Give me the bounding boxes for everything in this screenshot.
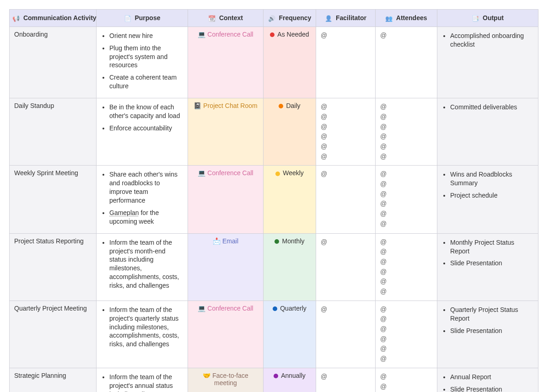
header-facilitator: 👤 Facilitator <box>316 10 376 27</box>
facilitator-cell: @ <box>316 27 376 98</box>
frequency-label: Quarterly <box>280 305 307 312</box>
context-label: Conference Call <box>207 169 253 177</box>
context-cell: 💻Conference Call <box>188 301 264 368</box>
frequency-cell: Monthly <box>264 233 316 301</box>
mention-placeholder[interactable]: @ <box>380 354 432 364</box>
activity-cell: Strategic Planning <box>10 368 97 392</box>
mention-placeholder[interactable]: @ <box>380 372 432 382</box>
header-attendees-label: Attendees <box>396 14 427 21</box>
output-cell: Committed deliverables <box>437 98 538 166</box>
mention-placeholder[interactable]: @ <box>321 102 371 112</box>
mention-placeholder[interactable]: @ <box>380 382 432 392</box>
purpose-item: Gameplan for the upcoming week <box>109 209 183 226</box>
context-label: Email <box>222 237 238 245</box>
mention-placeholder[interactable]: @ <box>380 199 432 209</box>
activity-cell: Weekly Sprint Meeting <box>10 166 97 233</box>
header-frequency-label: Frequency <box>279 14 312 21</box>
mention-placeholder[interactable]: @ <box>380 287 432 297</box>
mention-placeholder[interactable]: @ <box>380 267 432 277</box>
mention-placeholder[interactable]: @ <box>380 102 432 112</box>
mention-placeholder[interactable]: @ <box>380 189 432 199</box>
context-label: Face-to-face meeting <box>212 372 248 387</box>
mention-placeholder[interactable]: @ <box>321 31 371 41</box>
purpose-cell: Share each other's wins and roadblocks t… <box>97 166 188 233</box>
frequency-dot-icon <box>274 239 279 244</box>
frequency-dot-icon <box>270 32 274 37</box>
mention-placeholder[interactable]: @ <box>380 334 432 344</box>
header-activity: 📢 Communication Activity <box>10 10 97 27</box>
purpose-item: Plug them into the project's system and … <box>109 44 183 70</box>
attendees-cell: @@@@@@ <box>376 233 437 301</box>
mention-placeholder[interactable]: @ <box>321 132 371 142</box>
mention-placeholder[interactable]: @ <box>380 257 432 267</box>
mention-placeholder[interactable]: @ <box>321 237 371 247</box>
mention-placeholder[interactable]: @ <box>380 152 432 162</box>
people-icon: 👥 <box>385 15 393 22</box>
output-cell: Accomplished onboarding checklist <box>437 27 538 98</box>
mention-placeholder[interactable]: @ <box>380 169 432 179</box>
attendees-cell: @ <box>376 27 437 98</box>
mention-placeholder[interactable]: @ <box>380 247 432 257</box>
activity-cell: Onboarding <box>10 27 97 98</box>
person-icon: 👤 <box>325 15 332 22</box>
mention-placeholder[interactable]: @ <box>380 314 432 324</box>
purpose-item: Inform the team of the project's month-e… <box>109 238 183 290</box>
output-item: Monthly Project Status Report <box>450 238 533 256</box>
facilitator-cell: @@@@@@ <box>316 98 376 166</box>
frequency-cell: As Needed <box>264 27 316 98</box>
facilitator-cell: @ <box>316 233 376 301</box>
sound-icon: 🔊 <box>268 15 275 22</box>
header-activity-label: Communication Activity <box>23 14 97 21</box>
purpose-item: Inform the team of the project's quarter… <box>109 306 183 349</box>
purpose-item: Create a coherent team culture <box>109 73 183 91</box>
mention-placeholder[interactable]: @ <box>380 179 432 189</box>
frequency-dot-icon <box>279 104 283 108</box>
activity-cell: Project Status Reporting <box>10 233 97 301</box>
context-cell: 💻Conference Call <box>188 27 264 98</box>
frequency-label: As Needed <box>277 31 309 38</box>
table-row: Quarterly Project MeetingInform the team… <box>10 301 538 368</box>
output-item: Slide Presentation <box>450 327 533 335</box>
mention-placeholder[interactable]: @ <box>321 305 371 315</box>
mention-placeholder[interactable]: @ <box>380 219 432 229</box>
mention-placeholder[interactable]: @ <box>321 142 371 152</box>
header-purpose: 📄 Purpose <box>97 10 188 27</box>
mention-placeholder[interactable]: @ <box>380 305 432 315</box>
mention-placeholder[interactable]: @ <box>380 142 432 152</box>
conference-call-icon: 💻 <box>198 169 205 177</box>
frequency-label: Monthly <box>282 237 304 245</box>
header-context-label: Context <box>219 14 243 21</box>
mention-placeholder[interactable]: @ <box>321 169 371 179</box>
output-item: Accomplished onboarding checklist <box>450 32 533 49</box>
output-cell: Wins and Roadblocks SummaryProject sched… <box>437 166 538 233</box>
calendar-icon: 📆 <box>208 15 215 22</box>
header-context: 📆 Context <box>188 10 264 27</box>
frequency-dot-icon <box>273 306 277 311</box>
output-cell: Quarterly Project Status ReportSlide Pre… <box>437 301 538 368</box>
mention-placeholder[interactable]: @ <box>380 324 432 334</box>
purpose-cell: Inform the team of the project's quarter… <box>97 301 188 368</box>
frequency-label: Daily <box>286 102 300 109</box>
purpose-item: Share each other's wins and roadblocks t… <box>109 170 183 205</box>
purpose-item: Be in the know of each other's capacity … <box>109 103 183 120</box>
mention-placeholder[interactable]: @ <box>380 122 432 132</box>
mention-placeholder[interactable]: @ <box>321 112 371 122</box>
mention-placeholder[interactable]: @ <box>380 237 432 247</box>
mention-placeholder[interactable]: @ <box>380 132 432 142</box>
mention-placeholder[interactable]: @ <box>321 372 371 382</box>
mention-placeholder[interactable]: @ <box>380 31 432 41</box>
mention-placeholder[interactable]: @ <box>321 122 371 132</box>
table-body: OnboardingOrient new hirePlug them into … <box>10 27 538 392</box>
mention-placeholder[interactable]: @ <box>380 277 432 287</box>
mention-placeholder[interactable]: @ <box>380 344 432 354</box>
context-cell: 💻Conference Call <box>188 166 264 233</box>
mention-placeholder[interactable]: @ <box>380 112 432 122</box>
mention-placeholder[interactable]: @ <box>321 152 371 162</box>
context-label: Project Chat Room <box>203 102 257 109</box>
output-item: Project schedule <box>450 191 533 200</box>
purpose-cell: Inform the team of the project's annual … <box>97 368 188 392</box>
table-row: OnboardingOrient new hirePlug them into … <box>10 27 538 98</box>
purpose-cell: Orient new hirePlug them into the projec… <box>97 27 188 98</box>
project-chat-icon: 📓 <box>194 102 201 109</box>
mention-placeholder[interactable]: @ <box>380 209 432 219</box>
